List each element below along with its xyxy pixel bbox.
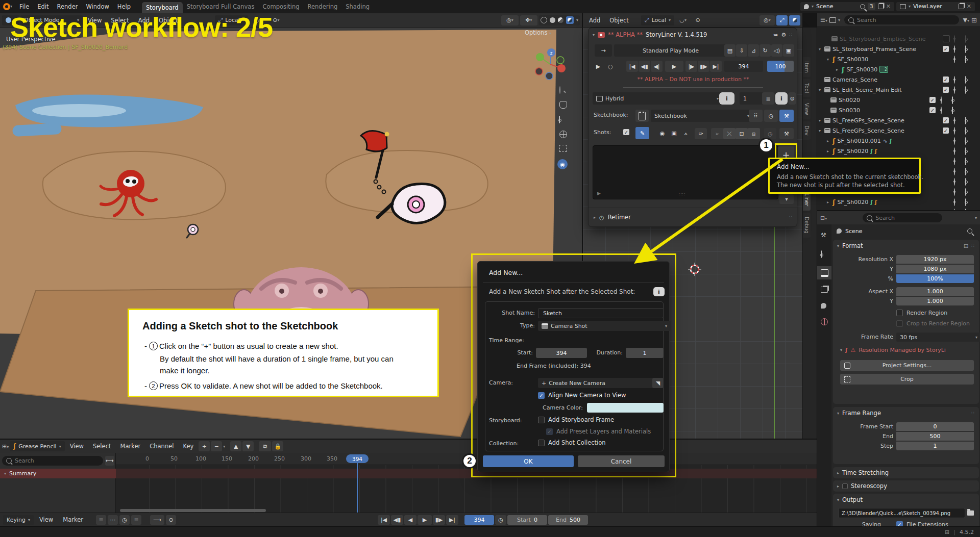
outliner-row[interactable]: ▸ʃSF_Sh0010.001∿ʃ <box>817 136 980 146</box>
render-camera-icon[interactable] <box>965 45 966 53</box>
proportional-edit-icon[interactable]: ⊙ <box>692 15 704 25</box>
render-camera-icon[interactable] <box>965 158 966 165</box>
hide-eye-icon[interactable] <box>954 178 955 186</box>
outliner-row[interactable]: SL_Storyboard_Empties_Scene <box>817 34 980 44</box>
align-camera-checkbox[interactable]: ✓ <box>538 392 545 399</box>
add-shot-collection-checkbox[interactable] <box>538 440 545 446</box>
editor-type-icon[interactable]: ⊟▾ <box>820 215 827 221</box>
render-camera-icon[interactable] <box>965 86 966 94</box>
frame-step-field[interactable]: 1 <box>896 442 974 450</box>
current-frame-field[interactable]: 394 <box>464 515 494 525</box>
prev-shot-button[interactable]: ◀▮ <box>639 61 650 72</box>
panel-time-stretching[interactable]: ▸Time Stretching <box>833 467 979 478</box>
tab-shading[interactable]: Shading <box>341 0 374 13</box>
render-camera-icon[interactable] <box>965 127 966 135</box>
cancel-button[interactable]: Cancel <box>578 455 665 467</box>
playhead[interactable] <box>357 460 358 514</box>
resolution-y-field[interactable]: 1080 px <box>896 265 974 273</box>
outliner-row[interactable]: ▸ʃSF_Sh0020ʃʃ <box>817 197 980 207</box>
sync-icon[interactable]: ⊙ <box>166 515 176 525</box>
start-frame-field[interactable]: 394 <box>536 348 587 358</box>
stats-icon[interactable]: ⊿ <box>748 44 759 57</box>
viewport-options-dropdown[interactable]: Options ▾ <box>525 29 551 36</box>
tab-item[interactable]: Item <box>803 57 811 77</box>
outliner-row[interactable]: Sh0030✓ <box>817 105 980 115</box>
grid-dots-icon[interactable]: ⠿ <box>749 110 763 122</box>
exclude-checkbox[interactable]: ✓ <box>943 87 949 93</box>
hide-eye-icon[interactable] <box>954 168 955 175</box>
use-preview-range-icon[interactable]: ◷ <box>495 515 506 525</box>
shading-rendered-icon[interactable] <box>566 16 574 24</box>
frame-start-field[interactable]: 0 <box>896 422 974 431</box>
collapse-icon[interactable]: ▾ <box>837 411 839 416</box>
play-button[interactable]: ▶ <box>418 515 432 525</box>
remove-keyframe-button[interactable]: − <box>211 441 222 451</box>
stopwatch-icon[interactable]: ◷ <box>764 110 778 122</box>
notebook-icon[interactable] <box>635 110 649 122</box>
record-icon[interactable]: ○ <box>605 61 616 72</box>
render-camera-icon[interactable] <box>965 168 966 175</box>
duration-field[interactable]: 1 <box>626 348 664 358</box>
snap-play-icon[interactable]: ⟶ <box>150 515 164 525</box>
nav-gizmo[interactable]: z <box>532 46 569 83</box>
hide-eye-icon[interactable] <box>954 56 955 63</box>
exclude-checkbox[interactable]: ✓ <box>943 76 949 83</box>
keying-dropdown[interactable]: Keying▾ <box>3 515 34 525</box>
render-camera-icon[interactable] <box>965 76 966 84</box>
drag-grip-icon[interactable]: ∷ <box>971 243 975 248</box>
exclude-checkbox[interactable] <box>943 35 950 42</box>
lock-icon[interactable]: 🔒 <box>272 441 283 451</box>
tab-output-icon[interactable] <box>817 266 831 279</box>
camera-dropdown[interactable]: +Create New Camera▾ <box>538 378 658 388</box>
sketchbook-dropdown[interactable]: Sketchbook▾ <box>651 110 753 122</box>
next-shot-button[interactable]: ▮▶ <box>698 61 709 72</box>
play-reverse-button[interactable]: ◀ <box>404 515 416 525</box>
outliner-row[interactable]: Sh0020✓ <box>817 95 980 105</box>
deselect-icon[interactable]: ⤫ <box>723 128 736 139</box>
drag-grip-icon[interactable]: ∷ <box>971 411 975 416</box>
collapse-icon[interactable]: ▾ <box>837 244 839 248</box>
panel-title[interactable]: Output <box>842 496 863 503</box>
xray-icon[interactable]: ⤢ <box>776 15 788 25</box>
render-camera-icon[interactable] <box>952 107 953 114</box>
open-project-icon[interactable]: ➥ <box>773 32 778 38</box>
panel-title[interactable]: Format <box>842 242 863 249</box>
summary-channel[interactable]: ▾Summary <box>0 469 116 478</box>
stereoscopy-checkbox[interactable] <box>842 483 848 489</box>
hide-eye-icon[interactable] <box>954 117 955 124</box>
display-mode-icon[interactable] <box>829 17 836 23</box>
shot-type-dropdown[interactable]: Camera Shot▾ <box>538 321 671 331</box>
folder-icon[interactable] <box>967 510 974 516</box>
scene-selector[interactable]: ▾ Scene 3 ✕ <box>800 2 894 11</box>
add-preset-layers-checkbox[interactable]: ✓ <box>546 428 553 435</box>
tab-tool-icon[interactable]: ⚒ <box>821 232 826 239</box>
auto-key-icon[interactable]: ◷ <box>119 515 130 525</box>
keying-chevron[interactable]: ▾ <box>223 444 225 449</box>
shot-name-field[interactable]: Sketch <box>538 308 664 318</box>
viewlayer-selector[interactable]: ▾ ViewLayer ✕ <box>896 2 975 11</box>
jump-button[interactable]: → <box>595 44 612 57</box>
pin-icon[interactable] <box>967 228 972 234</box>
keying-options-icon[interactable]: ⋯ <box>108 515 118 525</box>
tab-render-icon[interactable] <box>821 251 822 258</box>
jump-last-shot-button[interactable]: ▶| <box>710 61 722 72</box>
hide-eye-icon[interactable] <box>954 76 955 84</box>
sketchbook-tools-icon[interactable]: ⚒ <box>779 110 794 122</box>
retimer-panel-header[interactable]: ▸◷ Retimer ∷ <box>589 211 798 224</box>
prev-frame-button[interactable]: ◀| <box>651 61 663 72</box>
prev-keyframe-button[interactable]: ◀▮ <box>391 515 403 525</box>
ok-button[interactable]: OK <box>483 455 574 467</box>
shot-strip-icon[interactable]: ▤ <box>724 44 736 57</box>
tab-view[interactable]: View <box>803 99 811 119</box>
menu-object[interactable]: Object <box>605 13 632 27</box>
outliner-row[interactable]: ▾SL_Edit_Scene_Main Edit✓ <box>817 85 980 95</box>
storyliner-value-slider[interactable]: 100 <box>767 61 794 72</box>
shading-solid-icon[interactable] <box>550 17 555 23</box>
render-camera-icon[interactable] <box>952 96 953 104</box>
panel-title[interactable]: Frame Range <box>842 410 881 417</box>
next-keyframe-button[interactable]: ▮▶ <box>433 515 445 525</box>
dopesheet-mode-dropdown[interactable]: ʃGrease Pencil▾ <box>10 441 64 451</box>
project-settings-button[interactable]: Project Settings... <box>840 360 974 371</box>
resolution-pct-slider[interactable]: 100% <box>896 274 974 283</box>
storyliner-overlay-toggle-icon[interactable]: ◉ <box>557 159 568 169</box>
